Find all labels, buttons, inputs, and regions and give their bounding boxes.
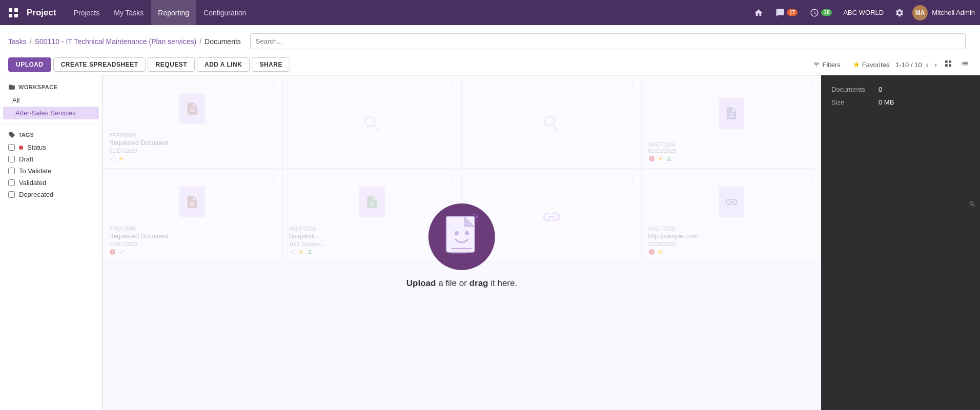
filter-icon: [813, 61, 820, 68]
prev-page-button[interactable]: ‹: [924, 59, 931, 70]
tag-status-dot: [19, 146, 23, 150]
search-placeholder-icon-3: [541, 113, 562, 134]
activity-btn[interactable]: 38: [806, 6, 836, 19]
search-input[interactable]: [250, 33, 966, 49]
sidebar: WORKSPACE All After-Sales Services TAGS …: [0, 75, 103, 410]
star-icon-8: [657, 249, 664, 255]
tag-draft-checkbox[interactable]: [8, 156, 15, 162]
right-panel-size: Size 0 MB: [831, 98, 970, 106]
breadcrumb: Tasks / S00110 - IT Technical Maintenanc…: [0, 25, 980, 54]
alert-icon-8: [648, 249, 655, 255]
upload-button[interactable]: UPLOAD: [8, 57, 51, 72]
svg-rect-0: [9, 8, 12, 12]
search-container: [244, 30, 972, 52]
svg-point-25: [811, 175, 812, 176]
link-icon-7: [541, 207, 562, 227]
chat-btn[interactable]: 17: [771, 6, 802, 19]
create-spreadsheet-button[interactable]: CREATE SPREADSHEET: [53, 57, 146, 72]
star-icon-6: [298, 249, 304, 255]
doc-icon-5: [179, 187, 205, 217]
workspace-label: WORKSPACE: [0, 80, 102, 94]
folder-icon: [8, 84, 15, 91]
svg-point-14: [811, 84, 812, 85]
kanban-view-button[interactable]: [941, 57, 955, 72]
doc-card-4[interactable]: #REF0004 01/15/2023: [642, 75, 822, 169]
doc-card-5[interactable]: #REF0005 Requested Document 12/07/2022: [103, 169, 282, 262]
settings-btn[interactable]: [891, 6, 908, 19]
doc-card-3[interactable]: [462, 75, 642, 169]
svg-point-5: [272, 84, 273, 85]
breadcrumb-sep-1: /: [30, 37, 32, 46]
card-menu-icon-5: [270, 174, 277, 181]
sidebar-item-all[interactable]: All: [0, 94, 102, 107]
filters-button[interactable]: Filters: [809, 59, 844, 71]
tag-validate-checkbox[interactable]: [8, 168, 15, 174]
tag-draft-label: Draft: [19, 155, 33, 163]
tag-validated-checkbox[interactable]: [8, 179, 15, 186]
doc-card-6[interactable]: #REF0006 Snapshot... 10/1 Septem...: [282, 169, 462, 262]
main-layout: WORKSPACE All After-Sales Services TAGS …: [0, 75, 980, 410]
tag-to-validate: To Validate: [0, 165, 102, 177]
next-page-button[interactable]: ›: [932, 59, 939, 70]
home-icon-btn[interactable]: [750, 6, 767, 19]
doc-card-2[interactable]: [282, 75, 462, 169]
request-button[interactable]: REQUEST: [148, 57, 195, 72]
avatar[interactable]: MA: [912, 5, 928, 20]
tag-deprecated-checkbox[interactable]: [8, 191, 15, 198]
tag-validated-label: Validated: [19, 179, 46, 187]
doc-icon-6: [359, 187, 385, 217]
svg-point-24: [631, 179, 632, 180]
svg-point-26: [811, 177, 812, 178]
chat-badge: 17: [787, 9, 798, 16]
star-icon: [853, 61, 860, 68]
svg-point-19: [452, 175, 453, 176]
doc-icon-1: [179, 93, 205, 124]
search-button[interactable]: [969, 201, 976, 210]
tag-deprecated-label: Deprecated: [19, 191, 53, 198]
doc-card-7[interactable]: [462, 169, 642, 262]
user-icon-4: [666, 155, 672, 162]
tag-status-label: Status: [27, 144, 46, 151]
share-icon-6: [289, 249, 296, 255]
size-label: Size: [831, 98, 872, 106]
nav-configuration[interactable]: Configuration: [196, 0, 253, 25]
kanban-icon: [944, 59, 952, 68]
nav-my-tasks[interactable]: My Tasks: [107, 0, 151, 25]
nav-reporting[interactable]: Reporting: [151, 0, 196, 25]
svg-point-6: [272, 86, 273, 87]
doc-title-6: Snapshot...: [289, 233, 456, 240]
breadcrumb-tasks[interactable]: Tasks: [8, 37, 27, 46]
svg-point-27: [811, 179, 812, 180]
doc-ref-1: #REF0001: [109, 132, 276, 138]
doc-card-8[interactable]: #REF0008 http://samplel.com 12/26/2022: [642, 169, 822, 262]
breadcrumb-task-name[interactable]: S00110 - IT Technical Maintenance (Plan …: [35, 37, 196, 46]
doc-card-1[interactable]: #REF0001 Requested Document 01/27/2023: [103, 75, 282, 169]
doc-date-8: 12/26/2022: [648, 241, 815, 247]
tags-label: TAGS: [0, 128, 102, 141]
tag-validated: Validated: [0, 177, 102, 189]
card-menu-icon-2: [449, 81, 456, 88]
share-button[interactable]: SHARE: [252, 57, 290, 72]
upload-text: Upload a file or drag it here.: [406, 278, 517, 289]
nav-projects[interactable]: Projects: [67, 0, 107, 25]
svg-point-4: [272, 82, 273, 83]
documents-label: Documents: [831, 86, 872, 93]
document-grid: #REF0001 Requested Document 01/27/2023: [103, 75, 821, 262]
list-icon: [961, 59, 969, 68]
sidebar-item-after-sales[interactable]: After-Sales Services: [3, 107, 99, 119]
card-menu-icon-3: [629, 81, 636, 88]
apps-menu-button[interactable]: [5, 8, 22, 18]
svg-rect-1: [14, 8, 18, 12]
list-view-button[interactable]: [957, 57, 972, 72]
tag-status-checkbox[interactable]: [8, 144, 15, 151]
tag-status: Status: [0, 141, 102, 153]
breadcrumb-sep-2: /: [199, 37, 201, 46]
favorites-button[interactable]: Favorites: [849, 59, 893, 71]
tags-text: TAGS: [18, 132, 34, 138]
search-placeholder-icon: [362, 113, 382, 134]
alert-icon-4: [648, 155, 655, 162]
user-name[interactable]: Mitchell Admin: [932, 9, 975, 16]
add-link-button[interactable]: ADD A LINK: [197, 57, 250, 72]
card-menu-icon-4: [808, 81, 815, 88]
doc-ref-6: #REF0006: [289, 225, 456, 232]
